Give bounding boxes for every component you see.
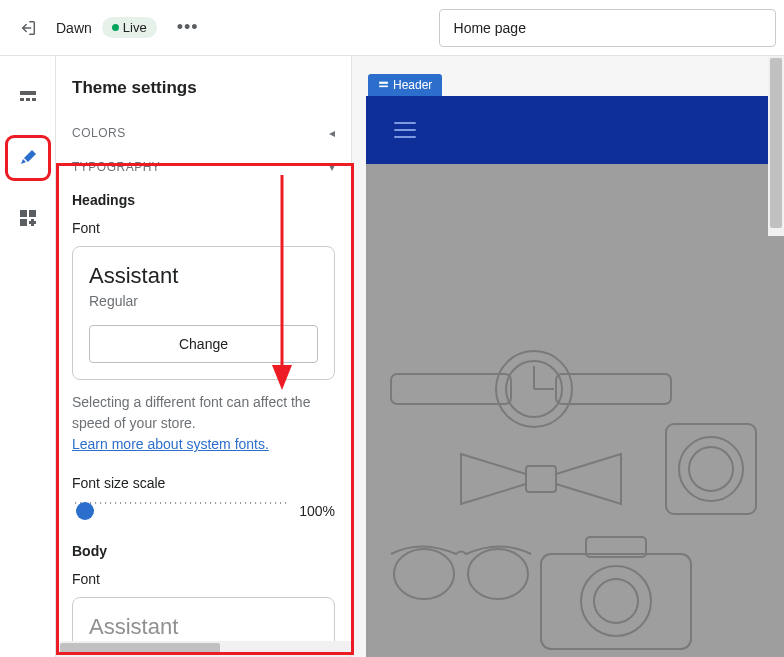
theme-name: Dawn xyxy=(56,20,92,36)
svg-point-22 xyxy=(468,549,528,599)
sections-icon xyxy=(18,88,38,108)
svg-rect-3 xyxy=(32,98,36,101)
svg-rect-2 xyxy=(26,98,30,101)
exit-button[interactable] xyxy=(8,8,48,48)
chevron-down-icon: ▾ xyxy=(329,160,336,174)
status-label: Live xyxy=(123,20,147,35)
svg-rect-0 xyxy=(20,91,36,95)
svg-rect-12 xyxy=(556,374,671,404)
preview-pane: Header xyxy=(352,56,784,657)
bowtie-illustration xyxy=(456,444,626,514)
headings-font-name: Assistant xyxy=(89,263,318,289)
typography-label: TYPOGRAPHY xyxy=(72,160,160,174)
headings-helper: Selecting a different font can affect th… xyxy=(72,392,335,455)
more-actions-button[interactable]: ••• xyxy=(177,17,199,38)
sidebar-title: Theme settings xyxy=(56,56,351,116)
body-font-label: Font xyxy=(72,571,335,587)
svg-rect-17 xyxy=(526,466,556,492)
colors-label: COLORS xyxy=(72,126,126,140)
typography-section-header[interactable]: TYPOGRAPHY ▾ xyxy=(56,150,351,184)
svg-rect-4 xyxy=(20,210,27,217)
svg-rect-11 xyxy=(391,374,511,404)
helper-text: Selecting a different font can affect th… xyxy=(72,394,310,431)
settings-sidebar: Theme settings COLORS ◂ TYPOGRAPHY ▾ Hea… xyxy=(56,56,352,657)
sunglasses-illustration xyxy=(386,534,536,614)
apps-tab[interactable] xyxy=(10,200,46,236)
svg-rect-9 xyxy=(379,81,388,83)
header-section-tag[interactable]: Header xyxy=(368,74,442,96)
body-font-name: Assistant xyxy=(89,614,318,640)
svg-rect-10 xyxy=(379,85,388,87)
store-body xyxy=(366,164,784,657)
sidebar-scrollbar-h[interactable] xyxy=(56,641,351,657)
svg-rect-1 xyxy=(20,98,24,101)
exit-icon xyxy=(19,19,37,37)
store-header xyxy=(366,96,784,164)
chevron-left-icon: ◂ xyxy=(329,126,336,140)
camera-illustration xyxy=(526,529,706,657)
page-selector-value: Home page xyxy=(454,20,526,36)
body-heading: Body xyxy=(72,543,335,559)
learn-more-link[interactable]: Learn more about system fonts. xyxy=(72,436,269,452)
left-rail xyxy=(0,56,56,657)
font-scale-label: Font size scale xyxy=(72,475,335,491)
headings-heading: Headings xyxy=(72,192,335,208)
typography-section-body: Headings Font Assistant Regular Change S… xyxy=(56,184,351,657)
sections-tab[interactable] xyxy=(10,80,46,116)
sidebar-scrollbar-v[interactable] xyxy=(768,56,784,236)
section-icon xyxy=(378,80,389,91)
font-scale-slider[interactable] xyxy=(72,501,289,521)
colors-section-header[interactable]: COLORS ◂ xyxy=(56,116,351,150)
svg-rect-8 xyxy=(29,221,36,224)
svg-point-21 xyxy=(394,549,454,599)
svg-point-20 xyxy=(689,447,733,491)
status-badge: Live xyxy=(102,17,157,38)
headings-change-button[interactable]: Change xyxy=(89,325,318,363)
lens-illustration xyxy=(656,414,766,524)
paintbrush-icon xyxy=(18,148,38,168)
svg-point-26 xyxy=(594,579,638,623)
headings-font-style: Regular xyxy=(89,293,318,309)
svg-point-25 xyxy=(581,566,651,636)
headings-font-card: Assistant Regular Change xyxy=(72,246,335,380)
font-scale-value: 100% xyxy=(299,503,335,519)
svg-rect-23 xyxy=(541,554,691,649)
svg-rect-5 xyxy=(29,210,36,217)
headings-font-label: Font xyxy=(72,220,335,236)
theme-settings-tab[interactable] xyxy=(10,140,46,176)
watch-illustration xyxy=(386,344,676,434)
status-dot-icon xyxy=(112,24,119,31)
apps-icon xyxy=(18,208,38,228)
svg-rect-6 xyxy=(20,219,27,226)
header-tag-label: Header xyxy=(393,78,432,92)
page-selector[interactable]: Home page xyxy=(439,9,776,47)
hamburger-menu-button[interactable] xyxy=(394,122,416,138)
